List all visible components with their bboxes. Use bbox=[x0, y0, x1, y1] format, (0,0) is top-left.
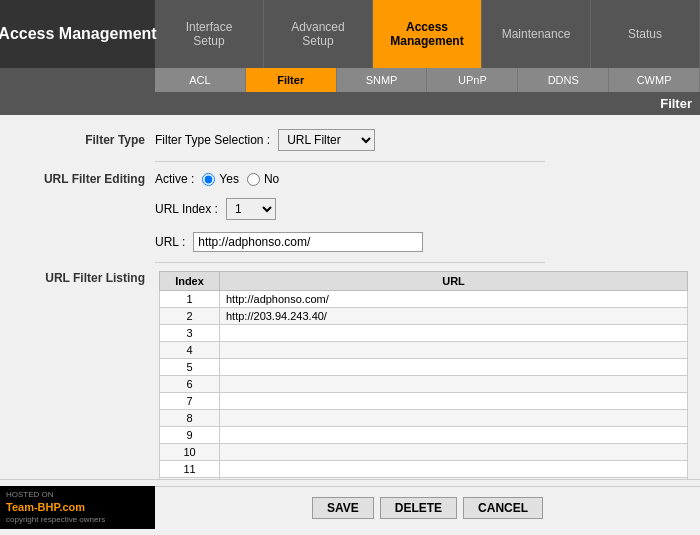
sub-tab-filter[interactable]: Filter bbox=[246, 68, 337, 92]
active-label: Active : bbox=[155, 172, 194, 186]
table-cell-url bbox=[220, 410, 688, 427]
url-filter-editing-label: URL Filter Editing bbox=[0, 172, 155, 186]
nav-tab-maintenance[interactable]: Maintenance bbox=[482, 0, 591, 68]
nav-tab-interface-setup[interactable]: InterfaceSetup bbox=[155, 0, 264, 68]
url-label: URL : bbox=[155, 235, 185, 249]
table-cell-url bbox=[220, 342, 688, 359]
url-filter-listing-label: URL Filter Listing bbox=[0, 271, 155, 285]
table-row[interactable]: 1http://adphonso.com/ bbox=[160, 291, 688, 308]
footer: HOSTED ON Team-BHP.com copyright respect… bbox=[0, 479, 700, 535]
table-cell-index: 4 bbox=[160, 342, 220, 359]
filter-type-selection-label: Filter Type Selection : bbox=[155, 133, 270, 147]
cancel-button[interactable]: CANCEL bbox=[463, 497, 543, 519]
watermark: HOSTED ON Team-BHP.com copyright respect… bbox=[6, 490, 105, 525]
table-row[interactable]: 8 bbox=[160, 410, 688, 427]
table-row[interactable]: 5 bbox=[160, 359, 688, 376]
table-cell-index: 7 bbox=[160, 393, 220, 410]
active-yes-radio[interactable] bbox=[202, 173, 215, 186]
table-cell-index: 8 bbox=[160, 410, 220, 427]
nav-tab-status[interactable]: Status bbox=[591, 0, 700, 68]
table-cell-url: http://203.94.243.40/ bbox=[220, 308, 688, 325]
filter-type-select[interactable]: URL Filter MAC Filter IP/Port Filter bbox=[278, 129, 375, 151]
table-col-index: Index bbox=[160, 272, 220, 291]
active-yes-option[interactable]: Yes bbox=[202, 172, 239, 186]
sub-tab-upnp[interactable]: UPnP bbox=[427, 68, 518, 92]
table-cell-url bbox=[220, 359, 688, 376]
table-row[interactable]: 10 bbox=[160, 444, 688, 461]
table-cell-index: 2 bbox=[160, 308, 220, 325]
nav-tab-access-management[interactable]: Access Management bbox=[373, 0, 482, 68]
active-no-radio[interactable] bbox=[247, 173, 260, 186]
table-row[interactable]: 4 bbox=[160, 342, 688, 359]
sub-tab-acl[interactable]: ACL bbox=[155, 68, 246, 92]
section-title: Filter bbox=[0, 92, 700, 115]
table-cell-index: 11 bbox=[160, 461, 220, 478]
brand-logo: Access Management bbox=[0, 0, 155, 68]
table-cell-url bbox=[220, 393, 688, 410]
url-input[interactable]: http://adphonso.com/ bbox=[193, 232, 423, 252]
sub-tab-snmp[interactable]: SNMP bbox=[337, 68, 428, 92]
table-cell-index: 3 bbox=[160, 325, 220, 342]
table-cell-url: http://adphonso.com/ bbox=[220, 291, 688, 308]
delete-button[interactable]: DELETE bbox=[380, 497, 457, 519]
table-row[interactable]: 11 bbox=[160, 461, 688, 478]
sub-tab-ddns[interactable]: DDNS bbox=[518, 68, 609, 92]
table-cell-url bbox=[220, 376, 688, 393]
table-col-url: URL bbox=[220, 272, 688, 291]
url-index-select[interactable]: 1234 5678 9101112 13141516 bbox=[226, 198, 276, 220]
filter-type-label: Filter Type bbox=[0, 133, 155, 147]
table-cell-index: 5 bbox=[160, 359, 220, 376]
table-cell-url bbox=[220, 461, 688, 478]
table-cell-url bbox=[220, 325, 688, 342]
table-cell-url bbox=[220, 444, 688, 461]
table-row[interactable]: 7 bbox=[160, 393, 688, 410]
table-row[interactable]: 6 bbox=[160, 376, 688, 393]
save-button[interactable]: SAVE bbox=[312, 497, 374, 519]
nav-tab-advanced-setup[interactable]: AdvancedSetup bbox=[264, 0, 373, 68]
table-cell-index: 6 bbox=[160, 376, 220, 393]
table-row[interactable]: 2http://203.94.243.40/ bbox=[160, 308, 688, 325]
table-cell-url bbox=[220, 427, 688, 444]
table-row[interactable]: 9 bbox=[160, 427, 688, 444]
table-row[interactable]: 3 bbox=[160, 325, 688, 342]
table-cell-index: 9 bbox=[160, 427, 220, 444]
url-index-label: URL Index : bbox=[155, 202, 218, 216]
table-cell-index: 10 bbox=[160, 444, 220, 461]
sub-tab-cwmp[interactable]: CWMP bbox=[609, 68, 700, 92]
active-no-option[interactable]: No bbox=[247, 172, 279, 186]
table-cell-index: 1 bbox=[160, 291, 220, 308]
